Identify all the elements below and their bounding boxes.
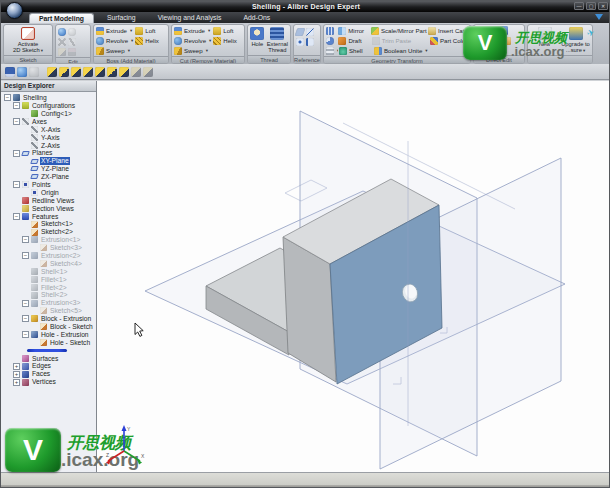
- tree-item-axes[interactable]: −Axes: [3, 118, 96, 126]
- view-icon[interactable]: [71, 67, 81, 77]
- ref-csys-icon[interactable]: [306, 38, 314, 46]
- cross-icon[interactable]: [58, 38, 66, 46]
- tree-item-shelling[interactable]: −Shelling: [3, 94, 96, 102]
- tab-add-ons[interactable]: Add-Ons: [234, 13, 279, 23]
- tree-item-vertices[interactable]: +Vertices: [3, 378, 96, 386]
- activate-2d-sketch-button[interactable]: Activate2D Sketch▾: [6, 26, 50, 54]
- view-icon[interactable]: [83, 67, 93, 77]
- sphere-blue-icon[interactable]: [17, 67, 27, 77]
- tree-item-features[interactable]: −Features: [3, 212, 96, 220]
- eraser-icon[interactable]: [68, 48, 76, 56]
- expand-toggle-icon[interactable]: −: [22, 315, 29, 322]
- loft-button[interactable]: Loft: [213, 26, 237, 35]
- view-icon[interactable]: [95, 67, 105, 77]
- tree-item-surfaces[interactable]: Surfaces: [3, 354, 96, 362]
- view-icon[interactable]: [143, 67, 153, 77]
- mirror-button[interactable]: Mirror: [338, 26, 370, 35]
- sweep-button[interactable]: Sweep▾: [174, 46, 211, 55]
- help-icon[interactable]: [595, 14, 603, 20]
- tree-item-zx-plane[interactable]: ZX-Plane: [3, 173, 96, 181]
- tree-item-sketch-4[interactable]: Sketch<4>: [3, 260, 96, 268]
- expand-toggle-icon[interactable]: +: [13, 379, 20, 386]
- expand-toggle-icon[interactable]: −: [13, 213, 20, 220]
- tree-item-faces[interactable]: +Faces: [3, 370, 96, 378]
- tree-item-xy-plane[interactable]: XY-Plane: [3, 157, 96, 165]
- extrude-button[interactable]: Extrude▾: [174, 26, 211, 35]
- tree-item-shell-2[interactable]: Shell<2>: [3, 291, 96, 299]
- tree-item-sketch-1[interactable]: Sketch<1>: [3, 220, 96, 228]
- tree-item-z-axis[interactable]: Z-Axis: [3, 141, 96, 149]
- expand-toggle-icon[interactable]: −: [13, 118, 20, 125]
- view-icon[interactable]: [59, 67, 69, 77]
- tree-item-sketch-5[interactable]: Sketch<5>: [3, 307, 96, 315]
- sphere-gray-icon[interactable]: [29, 67, 39, 77]
- shell-button[interactable]: Shell: [339, 46, 373, 55]
- tree-item-block-extrusion[interactable]: −Block - Extrusion: [3, 315, 96, 323]
- draft-button[interactable]: Draft: [338, 36, 370, 45]
- external-thread-button[interactable]: ExternalThread: [267, 26, 288, 53]
- expand-toggle-icon[interactable]: −: [22, 331, 29, 338]
- ref-axis-icon[interactable]: [306, 28, 314, 36]
- save-icon[interactable]: [5, 67, 15, 77]
- sweep-button[interactable]: Sweep▾: [96, 46, 133, 55]
- view-icon[interactable]: [47, 67, 57, 77]
- expand-toggle-icon[interactable]: +: [13, 363, 20, 370]
- tree-item-block-sketch[interactable]: Block - Sketch: [3, 323, 96, 331]
- tree-item-config-1[interactable]: Config<1>: [3, 110, 96, 118]
- tree-item-fillet-2[interactable]: Fillet<2>: [3, 283, 96, 291]
- tree-item-edges[interactable]: +Edges: [3, 362, 96, 370]
- boolean-unite-button[interactable]: Boolean Unite▾: [374, 46, 434, 55]
- hole-button[interactable]: Hole: [250, 26, 265, 47]
- helix-button[interactable]: Helix: [135, 36, 159, 45]
- alibre-app-menu-icon[interactable]: [6, 2, 23, 19]
- 3d-viewport[interactable]: [97, 81, 610, 472]
- scale-mirror-part-button[interactable]: Scale/Mirror Part: [371, 26, 427, 35]
- view-icon[interactable]: [131, 67, 141, 77]
- tree-item-x-axis[interactable]: X-Axis: [3, 126, 96, 134]
- maximize-button[interactable]: ▢: [586, 2, 596, 10]
- tree-item-origin[interactable]: Origin: [3, 189, 96, 197]
- insert-catalog-button[interactable]: Insert Catalog▾: [428, 26, 468, 35]
- tree-item-redline-views[interactable]: Redline Views: [3, 197, 96, 205]
- close-button[interactable]: ✕: [598, 2, 608, 10]
- extrude-button[interactable]: Extrude▾: [96, 26, 133, 35]
- view-icon[interactable]: [119, 67, 129, 77]
- tree-item-planes[interactable]: −Planes: [3, 149, 96, 157]
- tree-item-sketch-3[interactable]: Sketch<3>: [3, 244, 96, 252]
- ref-point-icon[interactable]: [296, 38, 304, 46]
- tree-item-fillet-1[interactable]: Fillet<1>: [3, 275, 96, 283]
- pencil-icon[interactable]: [58, 48, 66, 56]
- circular-pattern-tool[interactable]: ▾: [326, 37, 337, 45]
- tab-part-modeling[interactable]: Part Modeling: [29, 13, 94, 23]
- tree-item-shell-1[interactable]: Shell<1>: [3, 268, 96, 276]
- tab-surfacing[interactable]: Surfacing: [98, 13, 145, 23]
- tree-item-yz-plane[interactable]: YZ-Plane: [3, 165, 96, 173]
- sphere-blue-icon[interactable]: [58, 28, 66, 36]
- expand-toggle-icon[interactable]: −: [13, 102, 20, 109]
- loft-button[interactable]: Loft: [135, 26, 159, 35]
- tree-item-extrusion-3[interactable]: −Extrusion<3>: [3, 299, 96, 307]
- tree-item-extrusion-2[interactable]: −Extrusion<2>: [3, 252, 96, 260]
- tree-item-extrusion-1[interactable]: −Extrusion<1>: [3, 236, 96, 244]
- revolve-button[interactable]: Revolve▾: [174, 36, 211, 45]
- expand-toggle-icon[interactable]: −: [22, 252, 29, 259]
- tree-item-points[interactable]: −Points: [3, 181, 96, 189]
- expand-toggle-icon[interactable]: −: [4, 94, 11, 101]
- expand-toggle-icon[interactable]: +: [13, 371, 20, 378]
- tree-item-hole-sketch[interactable]: Hole - Sketch: [3, 339, 96, 347]
- scissors-icon[interactable]: [68, 38, 76, 46]
- tree-item-hole-extrusion[interactable]: −Hole - Extrusion: [3, 331, 96, 339]
- revolve-button[interactable]: Revolve▾: [96, 36, 133, 45]
- tree-item-configurations[interactable]: −Configurations: [3, 102, 96, 110]
- ref-plane-icon[interactable]: [295, 28, 306, 36]
- trim-paste-button[interactable]: Trim Paste: [372, 36, 429, 45]
- expand-toggle-icon[interactable]: −: [22, 236, 29, 243]
- pattern-table-tool[interactable]: ▾: [326, 47, 338, 55]
- minimize-button[interactable]: —: [574, 2, 584, 10]
- tree-item-section-views[interactable]: Section Views: [3, 204, 96, 212]
- linear-pattern-tool[interactable]: [326, 27, 337, 35]
- view-icon[interactable]: [107, 67, 117, 77]
- expand-toggle-icon[interactable]: −: [22, 300, 29, 307]
- expand-toggle-icon[interactable]: −: [13, 181, 20, 188]
- sphere-gray-icon[interactable]: [68, 28, 76, 36]
